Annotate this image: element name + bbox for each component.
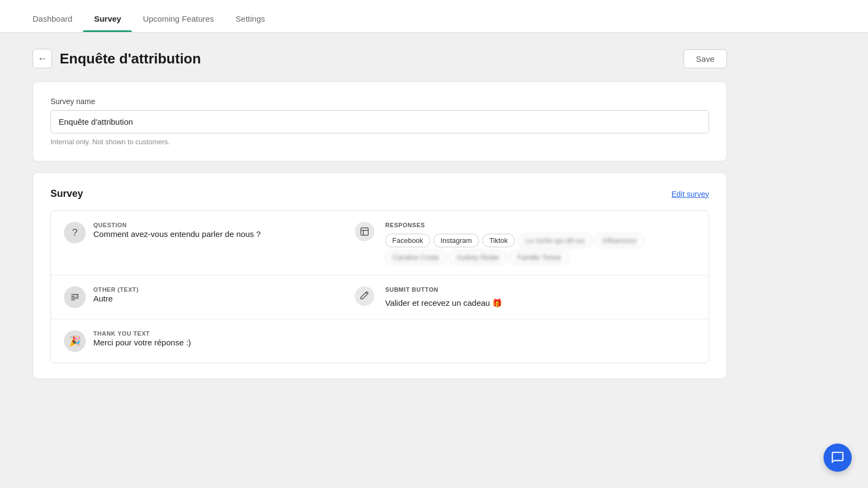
list-item: Famille Tortue xyxy=(510,251,568,264)
list-item: Facebook xyxy=(385,234,430,247)
row-content: QUESTION Comment avez-vous entendu parle… xyxy=(93,222,261,239)
row-left: A OTHER (TEXT) Autre xyxy=(64,286,139,308)
list-item: Tiktok xyxy=(482,234,515,247)
other-text-icon: A xyxy=(64,286,86,308)
submit-value: Valider et recevez un cadeau 🎁 xyxy=(385,298,695,308)
survey-section-card: Survey Edit survey ? QUESTION Comment av… xyxy=(33,172,727,379)
row-value: Comment avez-vous entendu parler de nous… xyxy=(93,229,261,239)
tab-settings[interactable]: Settings xyxy=(225,14,276,32)
submit-label: SUBMIT BUTTON xyxy=(385,286,695,293)
survey-name-label: Survey name xyxy=(50,97,709,106)
other-text-action-icon[interactable] xyxy=(355,286,374,306)
table-row: ? QUESTION Comment avez-vous entendu par… xyxy=(51,211,709,275)
page-header-left: ← Enquête d'attribution xyxy=(33,49,201,68)
svg-rect-0 xyxy=(361,228,368,235)
table-row: A OTHER (TEXT) Autre xyxy=(51,275,709,319)
responses-label: RESPONSES xyxy=(385,222,695,228)
survey-name-input[interactable] xyxy=(50,110,709,133)
save-button[interactable]: Save xyxy=(684,49,727,68)
table-row: 🎉 THANK YOU TEXT Merci pour votre répons… xyxy=(51,319,709,363)
tab-dashboard[interactable]: Dashboard xyxy=(22,14,83,32)
response-tags: Facebook Instagram Tiktok La roche qui d… xyxy=(385,234,695,264)
back-button[interactable]: ← xyxy=(33,49,52,68)
row-right-responses: RESPONSES Facebook Instagram Tiktok La r… xyxy=(385,222,695,264)
row-left: 🎉 THANK YOU TEXT Merci pour votre répons… xyxy=(64,330,695,352)
chat-button[interactable] xyxy=(824,444,852,472)
nav-bar: Dashboard Survey Upcoming Features Setti… xyxy=(0,0,868,33)
question-action-icon[interactable] xyxy=(355,222,374,241)
survey-section-header: Survey Edit survey xyxy=(50,188,709,200)
list-item: Influenceur xyxy=(595,234,644,247)
row-type-label: THANK YOU TEXT xyxy=(93,330,191,337)
list-item: Audrey Reder xyxy=(449,251,507,264)
row-type-label: QUESTION xyxy=(93,222,261,228)
row-value: Autre xyxy=(93,294,139,303)
thank-you-icon: 🎉 xyxy=(64,330,86,352)
row-value: Merci pour votre réponse :) xyxy=(93,338,191,347)
row-right-submit: SUBMIT BUTTON Valider et recevez un cade… xyxy=(385,286,695,308)
row-left: ? QUESTION Comment avez-vous entendu par… xyxy=(64,222,261,243)
edit-survey-button[interactable]: Edit survey xyxy=(672,190,709,198)
page-body: ← Enquête d'attribution Save Survey name… xyxy=(0,33,760,406)
page-header: ← Enquête d'attribution Save xyxy=(33,49,727,68)
list-item: La roche qui dit oui xyxy=(518,234,592,247)
row-left-wrapper: ? QUESTION Comment avez-vous entendu par… xyxy=(64,222,374,243)
list-item: Instagram xyxy=(433,234,479,247)
tab-survey[interactable]: Survey xyxy=(83,14,132,32)
survey-name-card: Survey name Internal only. Not shown to … xyxy=(33,81,727,162)
tab-upcoming-features[interactable]: Upcoming Features xyxy=(132,14,225,32)
row-content: THANK YOU TEXT Merci pour votre réponse … xyxy=(93,330,191,347)
survey-table: ? QUESTION Comment avez-vous entendu par… xyxy=(50,210,709,363)
page-title: Enquête d'attribution xyxy=(60,50,201,67)
list-item: Caroline Costa xyxy=(385,251,446,264)
question-icon: ? xyxy=(64,222,86,243)
row-content: OTHER (TEXT) Autre xyxy=(93,286,139,303)
row-left-wrapper: A OTHER (TEXT) Autre xyxy=(64,286,374,308)
survey-section-title: Survey xyxy=(50,188,83,200)
svg-text:A: A xyxy=(76,294,79,298)
row-type-label: OTHER (TEXT) xyxy=(93,286,139,293)
survey-name-hint: Internal only. Not shown to customers. xyxy=(50,138,709,146)
